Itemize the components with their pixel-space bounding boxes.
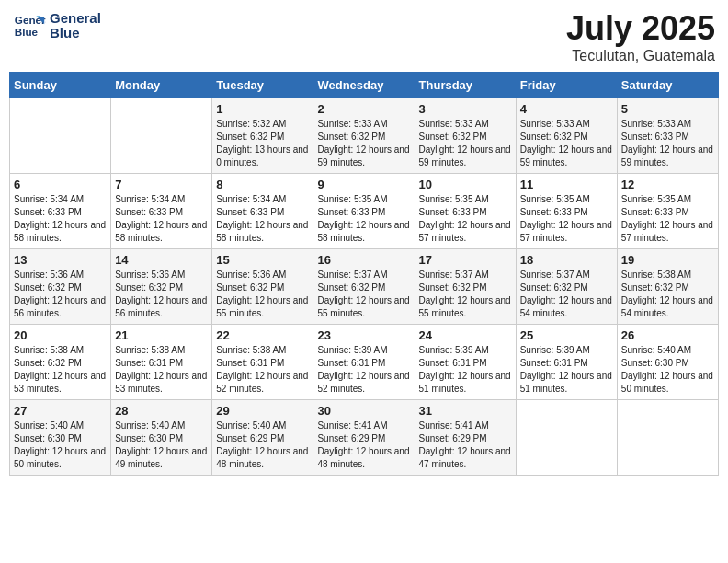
day-number: 14 [115,253,208,267]
calendar-cell: 16Sunrise: 5:37 AMSunset: 6:32 PMDayligh… [313,249,415,325]
calendar-cell: 30Sunrise: 5:41 AMSunset: 6:29 PMDayligh… [313,400,415,476]
day-number: 9 [317,178,410,191]
calendar-cell: 22Sunrise: 5:38 AMSunset: 6:31 PMDayligh… [212,325,313,400]
weekday-header-tuesday: Tuesday [212,73,313,98]
day-number: 24 [419,328,512,342]
day-info: Sunrise: 5:37 AMSunset: 6:32 PMDaylight:… [520,269,613,320]
calendar-cell: 6Sunrise: 5:34 AMSunset: 6:33 PMDaylight… [10,174,111,249]
weekday-header-friday: Friday [516,73,617,98]
day-number: 23 [317,328,410,342]
calendar-cell: 19Sunrise: 5:38 AMSunset: 6:32 PMDayligh… [617,249,718,325]
day-number: 8 [216,178,309,191]
calendar-cell: 21Sunrise: 5:38 AMSunset: 6:31 PMDayligh… [111,325,212,400]
calendar-cell: 8Sunrise: 5:34 AMSunset: 6:33 PMDaylight… [212,174,313,249]
day-info: Sunrise: 5:35 AMSunset: 6:33 PMDaylight:… [520,193,613,245]
logo: General Blue General Blue [13,9,101,42]
day-number: 16 [317,253,410,267]
week-row-3: 13Sunrise: 5:36 AMSunset: 6:32 PMDayligh… [10,249,719,325]
day-info: Sunrise: 5:37 AMSunset: 6:32 PMDaylight:… [317,269,410,320]
day-number: 22 [216,328,309,342]
calendar-cell: 3Sunrise: 5:33 AMSunset: 6:32 PMDaylight… [415,98,516,174]
day-info: Sunrise: 5:38 AMSunset: 6:31 PMDaylight:… [216,344,309,396]
calendar-cell: 2Sunrise: 5:33 AMSunset: 6:32 PMDaylight… [313,98,415,174]
day-number: 10 [419,178,512,191]
day-number: 19 [621,253,714,267]
day-number: 25 [520,328,613,342]
calendar-cell: 23Sunrise: 5:39 AMSunset: 6:31 PMDayligh… [313,325,415,400]
day-number: 4 [520,102,613,116]
day-info: Sunrise: 5:41 AMSunset: 6:29 PMDaylight:… [317,419,410,471]
day-number: 28 [115,404,208,418]
day-info: Sunrise: 5:38 AMSunset: 6:31 PMDaylight:… [115,344,208,396]
calendar-cell: 28Sunrise: 5:40 AMSunset: 6:30 PMDayligh… [111,400,212,476]
week-row-4: 20Sunrise: 5:38 AMSunset: 6:32 PMDayligh… [10,325,719,400]
day-number: 20 [14,328,107,342]
logo-icon: General Blue [13,9,46,42]
calendar-cell: 10Sunrise: 5:35 AMSunset: 6:33 PMDayligh… [415,174,516,249]
day-info: Sunrise: 5:39 AMSunset: 6:31 PMDaylight:… [419,344,512,396]
day-number: 17 [419,253,512,267]
week-row-5: 27Sunrise: 5:40 AMSunset: 6:30 PMDayligh… [10,400,719,476]
day-info: Sunrise: 5:35 AMSunset: 6:33 PMDaylight:… [419,193,512,245]
weekday-header-row: SundayMondayTuesdayWednesdayThursdayFrid… [10,73,719,98]
svg-text:Blue: Blue [15,26,39,38]
day-info: Sunrise: 5:36 AMSunset: 6:32 PMDaylight:… [14,269,107,320]
calendar-cell: 9Sunrise: 5:35 AMSunset: 6:33 PMDaylight… [313,174,415,249]
day-info: Sunrise: 5:35 AMSunset: 6:33 PMDaylight:… [317,193,410,245]
header: General Blue General Blue July 2025 Tecu… [9,9,719,64]
calendar-cell: 11Sunrise: 5:35 AMSunset: 6:33 PMDayligh… [516,174,617,249]
day-info: Sunrise: 5:36 AMSunset: 6:32 PMDaylight:… [216,269,309,320]
day-info: Sunrise: 5:38 AMSunset: 6:32 PMDaylight:… [621,269,714,320]
day-info: Sunrise: 5:36 AMSunset: 6:32 PMDaylight:… [115,269,208,320]
calendar-cell: 7Sunrise: 5:34 AMSunset: 6:33 PMDaylight… [111,174,212,249]
day-info: Sunrise: 5:38 AMSunset: 6:32 PMDaylight:… [14,344,107,396]
day-number: 13 [14,253,107,267]
day-info: Sunrise: 5:40 AMSunset: 6:30 PMDaylight:… [621,344,714,396]
calendar-cell [516,400,617,476]
calendar-cell: 14Sunrise: 5:36 AMSunset: 6:32 PMDayligh… [111,249,212,325]
day-info: Sunrise: 5:33 AMSunset: 6:32 PMDaylight:… [317,118,410,169]
day-info: Sunrise: 5:34 AMSunset: 6:33 PMDaylight:… [115,193,208,245]
day-info: Sunrise: 5:39 AMSunset: 6:31 PMDaylight:… [317,344,410,396]
calendar-cell: 13Sunrise: 5:36 AMSunset: 6:32 PMDayligh… [10,249,111,325]
calendar-cell: 31Sunrise: 5:41 AMSunset: 6:29 PMDayligh… [415,400,516,476]
day-number: 6 [14,178,107,191]
calendar-cell [10,98,111,174]
calendar-cell: 5Sunrise: 5:33 AMSunset: 6:33 PMDaylight… [617,98,718,174]
calendar-cell: 18Sunrise: 5:37 AMSunset: 6:32 PMDayligh… [516,249,617,325]
month-title: July 2025 [566,9,715,48]
day-number: 18 [520,253,613,267]
day-info: Sunrise: 5:34 AMSunset: 6:33 PMDaylight:… [14,193,107,245]
day-number: 29 [216,404,309,418]
weekday-header-saturday: Saturday [617,73,718,98]
day-info: Sunrise: 5:40 AMSunset: 6:30 PMDaylight:… [14,419,107,471]
day-number: 31 [419,404,512,418]
day-number: 1 [216,102,309,116]
calendar-cell: 25Sunrise: 5:39 AMSunset: 6:31 PMDayligh… [516,325,617,400]
day-number: 3 [419,102,512,116]
calendar-cell: 26Sunrise: 5:40 AMSunset: 6:30 PMDayligh… [617,325,718,400]
day-number: 26 [621,328,714,342]
week-row-1: 1Sunrise: 5:32 AMSunset: 6:32 PMDaylight… [10,98,719,174]
calendar-cell: 17Sunrise: 5:37 AMSunset: 6:32 PMDayligh… [415,249,516,325]
weekday-header-wednesday: Wednesday [313,73,415,98]
day-number: 27 [14,404,107,418]
location-title: Teculutan, Guatemala [566,48,715,64]
day-info: Sunrise: 5:33 AMSunset: 6:33 PMDaylight:… [621,118,714,169]
day-number: 7 [115,178,208,191]
calendar-cell [617,400,718,476]
day-info: Sunrise: 5:34 AMSunset: 6:33 PMDaylight:… [216,193,309,245]
day-info: Sunrise: 5:33 AMSunset: 6:32 PMDaylight:… [520,118,613,169]
day-number: 11 [520,178,613,191]
calendar-cell: 4Sunrise: 5:33 AMSunset: 6:32 PMDaylight… [516,98,617,174]
day-number: 5 [621,102,714,116]
day-info: Sunrise: 5:37 AMSunset: 6:32 PMDaylight:… [419,269,512,320]
day-info: Sunrise: 5:40 AMSunset: 6:30 PMDaylight:… [115,419,208,471]
day-info: Sunrise: 5:39 AMSunset: 6:31 PMDaylight:… [520,344,613,396]
weekday-header-thursday: Thursday [415,73,516,98]
day-info: Sunrise: 5:41 AMSunset: 6:29 PMDaylight:… [419,419,512,471]
weekday-header-monday: Monday [111,73,212,98]
weekday-header-sunday: Sunday [10,73,111,98]
day-number: 12 [621,178,714,191]
title-area: July 2025 Teculutan, Guatemala [566,9,715,64]
